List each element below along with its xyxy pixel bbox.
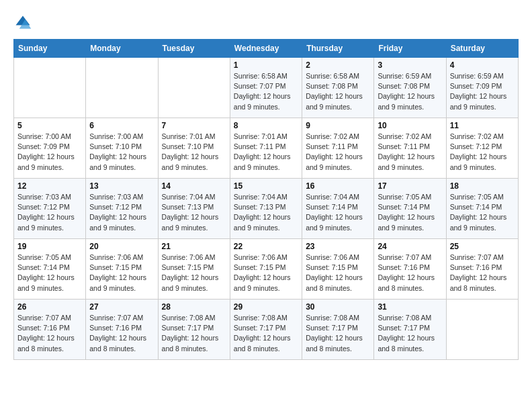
day-number: 24	[378, 242, 442, 251]
day-info: Sunrise: 7:05 AM Sunset: 7:14 PM Dayligh…	[450, 192, 515, 233]
day-number: 6	[89, 121, 154, 130]
day-info: Sunrise: 7:05 AM Sunset: 7:14 PM Dayligh…	[378, 192, 442, 233]
day-number: 12	[17, 181, 82, 191]
day-info: Sunrise: 7:04 AM Sunset: 7:13 PM Dayligh…	[234, 192, 298, 233]
calendar-cell: 17Sunrise: 7:05 AM Sunset: 7:14 PM Dayli…	[374, 179, 446, 239]
calendar-cell: 2Sunrise: 6:58 AM Sunset: 7:08 PM Daylig…	[302, 58, 374, 118]
calendar-cell	[86, 58, 158, 118]
calendar-cell: 24Sunrise: 7:07 AM Sunset: 7:16 PM Dayli…	[374, 239, 446, 300]
day-info: Sunrise: 7:02 AM Sunset: 7:12 PM Dayligh…	[450, 132, 515, 173]
day-info: Sunrise: 6:58 AM Sunset: 7:08 PM Dayligh…	[306, 71, 370, 112]
calendar-cell: 11Sunrise: 7:02 AM Sunset: 7:12 PM Dayli…	[446, 118, 518, 179]
calendar-cell: 16Sunrise: 7:04 AM Sunset: 7:14 PM Dayli…	[302, 179, 374, 239]
day-info: Sunrise: 7:06 AM Sunset: 7:15 PM Dayligh…	[306, 253, 370, 293]
calendar-cell: 26Sunrise: 7:07 AM Sunset: 7:16 PM Dayli…	[14, 300, 86, 360]
day-number: 8	[234, 121, 298, 130]
calendar-cell	[158, 58, 230, 118]
col-header-tuesday: Tuesday	[158, 40, 230, 58]
calendar-header-row: SundayMondayTuesdayWednesdayThursdayFrid…	[14, 40, 519, 58]
day-number: 10	[378, 121, 442, 130]
day-info: Sunrise: 7:04 AM Sunset: 7:14 PM Dayligh…	[306, 192, 370, 233]
calendar-cell: 18Sunrise: 7:05 AM Sunset: 7:14 PM Dayli…	[446, 179, 518, 239]
day-info: Sunrise: 7:04 AM Sunset: 7:13 PM Dayligh…	[162, 192, 226, 233]
day-number: 31	[378, 302, 442, 312]
day-number: 9	[306, 121, 370, 130]
day-number: 3	[378, 60, 442, 70]
calendar-cell: 12Sunrise: 7:03 AM Sunset: 7:12 PM Dayli…	[14, 179, 86, 239]
day-number: 25	[450, 242, 515, 251]
day-number: 23	[306, 242, 370, 251]
day-info: Sunrise: 7:07 AM Sunset: 7:16 PM Dayligh…	[378, 253, 442, 293]
day-info: Sunrise: 7:08 AM Sunset: 7:17 PM Dayligh…	[306, 313, 370, 354]
day-info: Sunrise: 7:08 AM Sunset: 7:17 PM Dayligh…	[162, 313, 226, 354]
logo-icon	[13, 13, 32, 32]
day-number: 11	[450, 121, 515, 130]
day-number: 1	[234, 60, 298, 70]
calendar-cell: 23Sunrise: 7:06 AM Sunset: 7:15 PM Dayli…	[302, 239, 374, 300]
day-info: Sunrise: 7:08 AM Sunset: 7:17 PM Dayligh…	[378, 313, 442, 354]
day-info: Sunrise: 6:59 AM Sunset: 7:09 PM Dayligh…	[450, 71, 515, 112]
day-number: 5	[17, 121, 82, 130]
day-number: 20	[89, 242, 154, 251]
calendar-cell: 29Sunrise: 7:08 AM Sunset: 7:17 PM Dayli…	[230, 300, 302, 360]
calendar-cell	[14, 58, 86, 118]
calendar-cell: 5Sunrise: 7:00 AM Sunset: 7:09 PM Daylig…	[14, 118, 86, 179]
day-info: Sunrise: 7:07 AM Sunset: 7:16 PM Dayligh…	[17, 313, 82, 354]
day-info: Sunrise: 7:03 AM Sunset: 7:12 PM Dayligh…	[89, 192, 154, 233]
day-number: 27	[89, 302, 154, 312]
calendar-cell: 7Sunrise: 7:01 AM Sunset: 7:10 PM Daylig…	[158, 118, 230, 179]
calendar-cell: 28Sunrise: 7:08 AM Sunset: 7:17 PM Dayli…	[158, 300, 230, 360]
day-info: Sunrise: 7:00 AM Sunset: 7:09 PM Dayligh…	[17, 132, 82, 173]
day-info: Sunrise: 6:59 AM Sunset: 7:08 PM Dayligh…	[378, 71, 442, 112]
day-info: Sunrise: 7:03 AM Sunset: 7:12 PM Dayligh…	[17, 192, 82, 233]
calendar-cell: 20Sunrise: 7:06 AM Sunset: 7:15 PM Dayli…	[86, 239, 158, 300]
calendar-cell: 10Sunrise: 7:02 AM Sunset: 7:11 PM Dayli…	[374, 118, 446, 179]
day-number: 22	[234, 242, 298, 251]
day-info: Sunrise: 7:06 AM Sunset: 7:15 PM Dayligh…	[162, 253, 226, 293]
day-info: Sunrise: 7:00 AM Sunset: 7:10 PM Dayligh…	[89, 132, 154, 173]
day-number: 26	[17, 302, 82, 312]
day-info: Sunrise: 7:08 AM Sunset: 7:17 PM Dayligh…	[234, 313, 298, 354]
calendar-cell: 3Sunrise: 6:59 AM Sunset: 7:08 PM Daylig…	[374, 58, 446, 118]
col-header-saturday: Saturday	[446, 40, 518, 58]
col-header-wednesday: Wednesday	[230, 40, 302, 58]
col-header-sunday: Sunday	[14, 40, 86, 58]
day-info: Sunrise: 7:01 AM Sunset: 7:11 PM Dayligh…	[234, 132, 298, 173]
col-header-thursday: Thursday	[302, 40, 374, 58]
day-number: 30	[306, 302, 370, 312]
day-info: Sunrise: 7:01 AM Sunset: 7:10 PM Dayligh…	[162, 132, 226, 173]
day-number: 29	[234, 302, 298, 312]
calendar-cell: 13Sunrise: 7:03 AM Sunset: 7:12 PM Dayli…	[86, 179, 158, 239]
day-number: 28	[162, 302, 226, 312]
calendar-week-row: 12Sunrise: 7:03 AM Sunset: 7:12 PM Dayli…	[14, 179, 519, 239]
day-number: 13	[89, 181, 154, 191]
day-number: 4	[450, 60, 515, 70]
calendar-cell: 30Sunrise: 7:08 AM Sunset: 7:17 PM Dayli…	[302, 300, 374, 360]
day-info: Sunrise: 7:02 AM Sunset: 7:11 PM Dayligh…	[378, 132, 442, 173]
calendar-cell: 31Sunrise: 7:08 AM Sunset: 7:17 PM Dayli…	[374, 300, 446, 360]
day-number: 19	[17, 242, 82, 251]
calendar-cell: 21Sunrise: 7:06 AM Sunset: 7:15 PM Dayli…	[158, 239, 230, 300]
day-number: 18	[450, 181, 515, 191]
calendar-cell: 9Sunrise: 7:02 AM Sunset: 7:11 PM Daylig…	[302, 118, 374, 179]
calendar-cell: 15Sunrise: 7:04 AM Sunset: 7:13 PM Dayli…	[230, 179, 302, 239]
day-number: 7	[162, 121, 226, 130]
calendar-cell: 6Sunrise: 7:00 AM Sunset: 7:10 PM Daylig…	[86, 118, 158, 179]
day-info: Sunrise: 6:58 AM Sunset: 7:07 PM Dayligh…	[234, 71, 298, 112]
day-number: 14	[162, 181, 226, 191]
day-number: 21	[162, 242, 226, 251]
calendar-cell: 14Sunrise: 7:04 AM Sunset: 7:13 PM Dayli…	[158, 179, 230, 239]
day-info: Sunrise: 7:07 AM Sunset: 7:16 PM Dayligh…	[450, 253, 515, 293]
col-header-friday: Friday	[374, 40, 446, 58]
calendar-cell: 8Sunrise: 7:01 AM Sunset: 7:11 PM Daylig…	[230, 118, 302, 179]
logo	[13, 13, 35, 32]
calendar-week-row: 5Sunrise: 7:00 AM Sunset: 7:09 PM Daylig…	[14, 118, 519, 179]
calendar-table: SundayMondayTuesdayWednesdayThursdayFrid…	[13, 39, 519, 360]
calendar-week-row: 19Sunrise: 7:05 AM Sunset: 7:14 PM Dayli…	[14, 239, 519, 300]
calendar-week-row: 26Sunrise: 7:07 AM Sunset: 7:16 PM Dayli…	[14, 300, 519, 360]
day-info: Sunrise: 7:06 AM Sunset: 7:15 PM Dayligh…	[234, 253, 298, 293]
calendar-cell: 4Sunrise: 6:59 AM Sunset: 7:09 PM Daylig…	[446, 58, 518, 118]
calendar-cell: 19Sunrise: 7:05 AM Sunset: 7:14 PM Dayli…	[14, 239, 86, 300]
calendar-cell: 1Sunrise: 6:58 AM Sunset: 7:07 PM Daylig…	[230, 58, 302, 118]
day-number: 2	[306, 60, 370, 70]
